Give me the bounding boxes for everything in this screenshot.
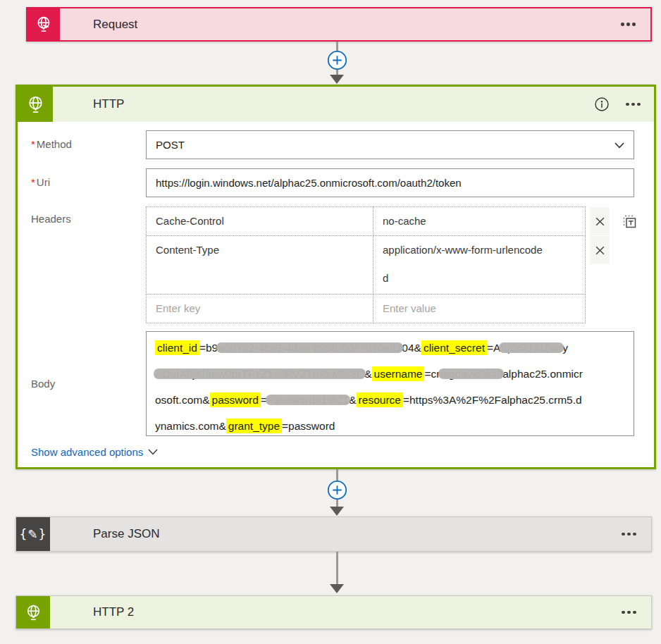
- globe-icon: [24, 603, 43, 622]
- body-redacted-value: ADutA0jXhtew0brTF1Z1s0PVZTnPsM%3D: [155, 368, 364, 380]
- new-header-value-input[interactable]: [373, 294, 586, 323]
- headers-table: Cache-Control no-cache: [146, 206, 649, 323]
- info-button[interactable]: [593, 96, 610, 113]
- http2-menu-button[interactable]: [622, 611, 637, 614]
- body-param-highlight: username: [372, 366, 425, 381]
- http2-card[interactable]: HTTP 2: [16, 595, 652, 629]
- new-header-key-input[interactable]: [146, 294, 373, 323]
- body-param-highlight: grant_type: [226, 419, 282, 433]
- header-key-cell[interactable]: Cache-Control: [146, 206, 373, 236]
- request-card-title: Request: [93, 18, 137, 32]
- flow-designer-canvas: Request HTTP: [0, 0, 661, 644]
- header-row: Cache-Control no-cache: [146, 206, 649, 236]
- close-icon: [595, 216, 605, 227]
- uri-value[interactable]: [156, 177, 624, 189]
- parse-json-card[interactable]: {✎} Parse JSON: [16, 516, 652, 552]
- header-value-cell[interactable]: no-cache: [373, 206, 586, 236]
- headers-label: Headers: [31, 206, 146, 323]
- body-line: client_id=b9a607b2-4ca9-4dae-b998-0de707…: [155, 335, 625, 361]
- uri-label: *Uri: [31, 168, 146, 197]
- parse-json-card-title: Parse JSON: [93, 527, 159, 541]
- insert-step-button[interactable]: [327, 50, 347, 70]
- uri-input[interactable]: [146, 168, 634, 197]
- show-advanced-options-link[interactable]: Show advanced options: [31, 446, 158, 458]
- header-key-cell[interactable]: Content-Type: [146, 235, 373, 295]
- delete-header-button[interactable]: [590, 236, 610, 264]
- delete-header-button[interactable]: [590, 207, 610, 235]
- braces-pencil-icon: {✎}: [20, 527, 47, 541]
- body-param-highlight: password: [210, 392, 261, 407]
- connector-line: [336, 552, 338, 586]
- body-param-highlight: client_id: [155, 340, 199, 355]
- body-text: =cr: [424, 368, 440, 380]
- method-label: *Method: [31, 130, 146, 159]
- body-text: 04&: [402, 342, 421, 354]
- http-card-body: *Method POST *Uri Headers: [18, 122, 654, 459]
- connector-arrowhead: [330, 507, 344, 516]
- http-card-title: HTTP: [93, 97, 124, 111]
- globe-icon: [25, 94, 46, 115]
- body-param-highlight: resource: [357, 392, 403, 407]
- header-row-new: [146, 294, 649, 323]
- body-line: ADutA0jXhtew0brTF1Z1s0PVZTnPsM%3D&userna…: [155, 361, 625, 387]
- request-menu-button[interactable]: [621, 23, 636, 26]
- headers-row: Headers Cache-Control no-cache: [31, 206, 654, 323]
- body-label: Body: [31, 378, 146, 390]
- method-dropdown[interactable]: POST: [146, 130, 634, 159]
- enter-value-input[interactable]: [383, 295, 544, 323]
- request-connector-icon: [27, 8, 60, 40]
- required-asterisk: *: [31, 138, 35, 150]
- chevron-down-icon: [148, 449, 158, 455]
- body-text: ynamics.com&: [155, 420, 226, 432]
- http2-connector-icon: [16, 596, 50, 628]
- method-row: *Method POST: [31, 130, 654, 159]
- body-redacted-value: a607b2-4ca9-4dae-b998-0de7076ed7: [218, 342, 402, 354]
- http-card-header[interactable]: HTTP: [18, 87, 654, 122]
- http-card: HTTP *Method POST: [16, 85, 656, 469]
- advanced-link-label: Show advanced options: [31, 446, 143, 458]
- method-value: POST: [156, 139, 185, 151]
- body-row: Body client_id=b9a607b2-4ca9-4dae-b998-0…: [31, 331, 654, 436]
- http-body-editor[interactable]: client_id=b9a607b2-4ca9-4dae-b998-0de707…: [146, 331, 634, 436]
- body-text: =https%3A%2F%2Falphac25.crm5.d: [403, 394, 582, 406]
- http2-card-title: HTTP 2: [93, 605, 134, 619]
- header-row: Content-Type application/x-www-form-urle…: [146, 235, 649, 295]
- close-icon: [595, 245, 605, 256]
- body-redacted-value: Password01%21: [267, 394, 349, 406]
- text-mode-icon: [620, 212, 638, 230]
- info-icon: [593, 96, 610, 113]
- body-text: osoft.com&: [155, 394, 210, 406]
- enter-key-input[interactable]: [156, 295, 364, 323]
- body-text: alphac25.onmicr: [502, 368, 583, 380]
- http-connector-icon: [18, 87, 53, 122]
- header-value-cell[interactable]: application/x-www-form-urlencoded: [373, 235, 586, 295]
- body-text: =b9: [199, 342, 218, 354]
- switch-headers-text-mode-button[interactable]: [619, 207, 639, 235]
- chevron-down-icon: [614, 139, 624, 151]
- parse-json-icon: {✎}: [16, 517, 50, 551]
- parse-json-menu-button[interactable]: [622, 533, 637, 536]
- uri-row: *Uri: [31, 168, 654, 197]
- request-card[interactable]: Request: [26, 7, 652, 42]
- body-param-highlight: client_secret: [421, 340, 487, 355]
- http-menu-button[interactable]: [626, 103, 641, 106]
- globe-request-icon: [35, 15, 54, 34]
- body-text: =password: [282, 420, 335, 432]
- body-line: ynamics.com&grant_type=password: [155, 413, 625, 436]
- body-redacted-value: aigdavid%40: [440, 368, 502, 380]
- connector-arrowhead: [330, 75, 344, 84]
- insert-step-button[interactable]: [327, 480, 347, 500]
- body-line: osoft.com&password=Password01%21&resourc…: [155, 387, 625, 413]
- connector-arrowhead: [330, 584, 344, 593]
- required-asterisk: *: [31, 176, 35, 188]
- body-redacted-value: fqO5U.NZvrr: [500, 342, 562, 354]
